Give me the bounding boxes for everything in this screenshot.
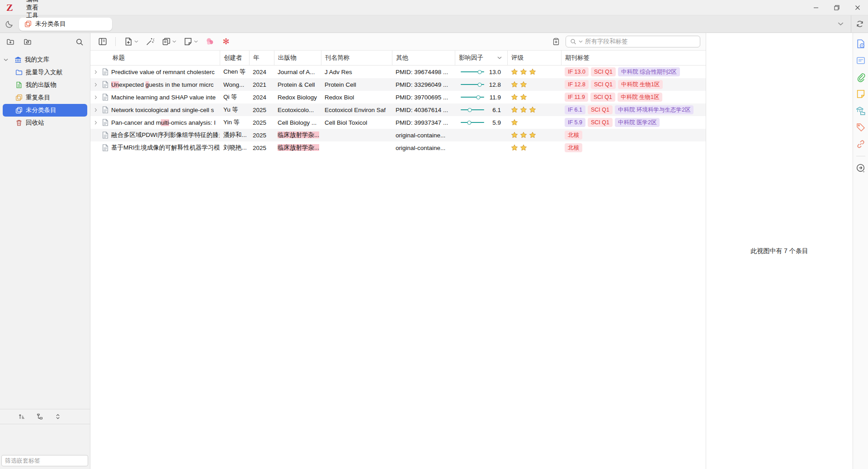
related-button[interactable] bbox=[856, 139, 866, 149]
cell-publication: 临床放射学杂... bbox=[274, 144, 321, 152]
cell-year: 2024 bbox=[249, 69, 274, 75]
cell-title: 融合多区域PDWI序列影像组学特征的膝关 bbox=[90, 131, 220, 139]
plugin-pink-button[interactable] bbox=[203, 35, 217, 48]
chevron-down-icon bbox=[172, 40, 176, 43]
item-title: 基于MRI生境成像的可解释性机器学习模型 bbox=[111, 144, 220, 152]
table-row[interactable]: Machine learning and SHAP value inteQi 等… bbox=[90, 91, 706, 103]
doc-item-icon bbox=[102, 106, 108, 113]
journal-tag-badge: 中科院 环境科学与生态学2区 bbox=[615, 105, 693, 114]
dark-mode-toggle[interactable] bbox=[0, 20, 19, 28]
cell-year: 2025 bbox=[249, 119, 274, 126]
wand-button[interactable] bbox=[143, 35, 157, 48]
column-header-刊名简称[interactable]: 刊名简称 bbox=[321, 51, 392, 65]
window-restore-button[interactable] bbox=[826, 0, 847, 15]
column-header-创建者[interactable]: 创建者 bbox=[220, 51, 249, 65]
row-expand-caret[interactable] bbox=[94, 70, 99, 74]
sync-button[interactable] bbox=[851, 20, 868, 28]
tab-unfiled-items[interactable]: 未分类条目 bbox=[19, 18, 112, 31]
row-expand-caret[interactable] bbox=[94, 121, 99, 125]
window-close-button[interactable] bbox=[847, 0, 868, 15]
expand-caret[interactable] bbox=[4, 58, 10, 61]
star-icon bbox=[511, 81, 518, 88]
tags-button[interactable] bbox=[856, 122, 866, 132]
items-table: Predictive value of remnant cholestercCh… bbox=[90, 66, 706, 469]
menu-编辑[interactable]: 编辑 bbox=[20, 0, 44, 4]
impact-factor-value: 5.9 bbox=[484, 119, 501, 126]
table-row[interactable]: Unexpected guests in the tumor micrcWong… bbox=[90, 78, 706, 91]
collapse-all-button[interactable] bbox=[54, 413, 61, 420]
sidebar-item-重复条目[interactable]: 重复条目 bbox=[0, 91, 90, 104]
plugin-gpt-button[interactable]: ✻ bbox=[219, 35, 233, 48]
column-header-label: 影响因子 bbox=[459, 54, 483, 62]
new-item-button[interactable] bbox=[122, 35, 141, 48]
cell-year: 2021 bbox=[249, 81, 274, 88]
add-attachment-button[interactable] bbox=[160, 35, 179, 48]
table-row[interactable]: 基于MRI生境成像的可解释性机器学习模型刘晓艳...2025临床放射学杂...o… bbox=[90, 141, 706, 154]
item-title: Unexpected guests in the tumor micrc bbox=[111, 81, 214, 88]
table-row[interactable]: 融合多区域PDWI序列影像组学特征的膝关潘婷和...2025临床放射学杂...o… bbox=[90, 129, 706, 141]
cell-other: PMID: 39937347 ... bbox=[392, 119, 455, 126]
row-expand-caret[interactable] bbox=[94, 83, 99, 87]
chevron-down-icon[interactable] bbox=[579, 40, 583, 43]
tag-filter-input[interactable] bbox=[1, 455, 88, 466]
notes-button[interactable] bbox=[856, 89, 866, 99]
lookup-icon[interactable] bbox=[552, 38, 560, 46]
tab-label: 未分类条目 bbox=[35, 20, 66, 28]
sidebar-item-批量导入文献[interactable]: 批量导入文献 bbox=[0, 66, 90, 79]
table-row[interactable]: Predictive value of remnant cholestercCh… bbox=[90, 66, 706, 78]
chevron-down-icon bbox=[194, 40, 198, 43]
new-collection-button[interactable] bbox=[6, 38, 14, 46]
row-expand-caret[interactable] bbox=[94, 95, 99, 99]
sidebar-item-未分类条目[interactable]: 未分类条目 bbox=[3, 104, 87, 117]
column-header-标题[interactable]: 标题 bbox=[90, 51, 220, 65]
column-header-期刊标签[interactable]: 期刊标签 bbox=[561, 51, 706, 65]
locate-button[interactable] bbox=[856, 163, 866, 173]
cell-rating bbox=[507, 106, 561, 113]
tab-list-button[interactable] bbox=[830, 22, 851, 26]
item-title: Machine learning and SHAP value inte bbox=[111, 94, 216, 101]
item-info-button[interactable] bbox=[856, 39, 866, 49]
sidebar-item-label: 未分类条目 bbox=[26, 106, 57, 114]
attachments-button[interactable] bbox=[856, 72, 866, 82]
cell-other: PMID: 40367614 ... bbox=[392, 107, 455, 113]
collection-search-button[interactable] bbox=[75, 38, 84, 46]
journal-tag-badge: IF 12.8 bbox=[565, 80, 589, 89]
cell-title: 基于MRI生境成像的可解释性机器学习模型 bbox=[90, 144, 220, 152]
sidebar-item-我的出版物[interactable]: 我的出版物 bbox=[0, 79, 90, 91]
search-input[interactable]: 所有字段和标签 bbox=[566, 36, 700, 47]
column-header-评级[interactable]: 评级 bbox=[507, 51, 561, 65]
row-expand-caret[interactable] bbox=[94, 108, 99, 112]
new-feed-button[interactable] bbox=[24, 38, 32, 46]
new-note-button[interactable] bbox=[181, 35, 200, 48]
sync-icon bbox=[856, 20, 864, 28]
hierarchy-button[interactable] bbox=[36, 413, 43, 420]
items-toolbar: ✻ 所有字段和标签 bbox=[90, 33, 706, 51]
cell-year: 2025 bbox=[249, 145, 274, 151]
sort-icon bbox=[18, 413, 25, 420]
doc-item-icon bbox=[102, 131, 108, 139]
star-icon bbox=[520, 144, 527, 151]
column-header-其他[interactable]: 其他 bbox=[392, 51, 455, 65]
column-header-出版物[interactable]: 出版物 bbox=[274, 51, 321, 65]
star-icon bbox=[511, 94, 518, 101]
abstract-button[interactable] bbox=[856, 56, 866, 66]
column-header-年[interactable]: 年 bbox=[249, 51, 274, 65]
table-row[interactable]: Pan-cancer and multi-omics analysis: IYi… bbox=[90, 116, 706, 129]
search-icon bbox=[570, 38, 576, 45]
journal-tag-badge: SCI Q1 bbox=[588, 118, 613, 127]
column-header-影响因子[interactable]: 影响因子 bbox=[455, 51, 507, 65]
cell-creator: 潘婷和... bbox=[220, 131, 249, 139]
cell-title: Pan-cancer and multi-omics analysis: I bbox=[90, 119, 220, 126]
cell-publication: 临床放射学杂... bbox=[274, 131, 321, 139]
sort-button[interactable] bbox=[18, 413, 25, 420]
cell-creator: Wong... bbox=[220, 81, 249, 88]
menu-查看[interactable]: 查看 bbox=[20, 4, 44, 12]
impact-factor-value: 13.0 bbox=[484, 69, 501, 75]
panel-toggle-button[interactable] bbox=[96, 35, 109, 48]
sidebar-item-回收站[interactable]: 回收站 bbox=[0, 117, 90, 129]
table-row[interactable]: Network toxicological and single-cell sY… bbox=[90, 103, 706, 116]
window-minimize-button[interactable] bbox=[806, 0, 826, 15]
cell-journal-tags: 北核 bbox=[561, 143, 706, 152]
sidebar-item-我的文库[interactable]: 我的文库 bbox=[0, 53, 90, 66]
libraries-collections-button[interactable] bbox=[856, 106, 866, 116]
